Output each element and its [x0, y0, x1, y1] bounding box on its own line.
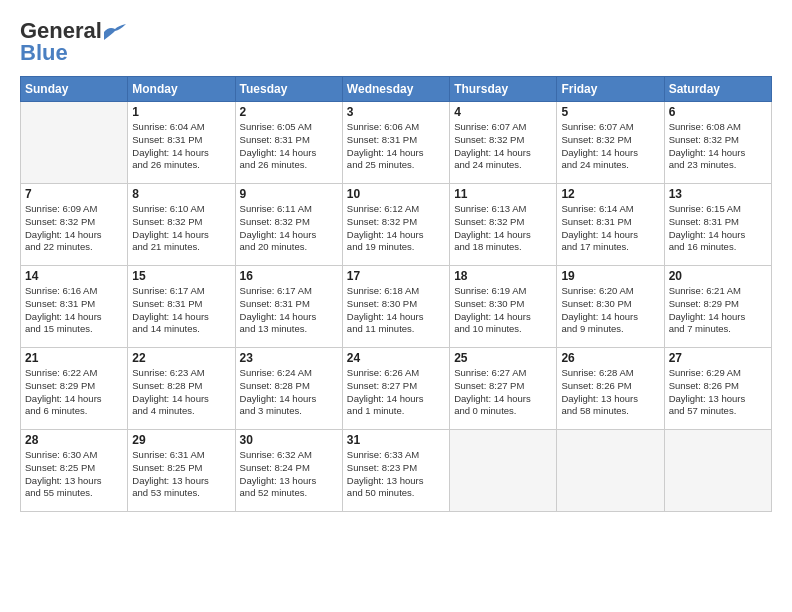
day-info: Sunrise: 6:17 AM Sunset: 8:31 PM Dayligh…: [132, 285, 230, 336]
day-number: 10: [347, 187, 445, 201]
day-number: 23: [240, 351, 338, 365]
day-info: Sunrise: 6:18 AM Sunset: 8:30 PM Dayligh…: [347, 285, 445, 336]
calendar-cell: 13Sunrise: 6:15 AM Sunset: 8:31 PM Dayli…: [664, 184, 771, 266]
calendar-cell: 23Sunrise: 6:24 AM Sunset: 8:28 PM Dayli…: [235, 348, 342, 430]
day-number: 26: [561, 351, 659, 365]
day-info: Sunrise: 6:07 AM Sunset: 8:32 PM Dayligh…: [561, 121, 659, 172]
day-info: Sunrise: 6:14 AM Sunset: 8:31 PM Dayligh…: [561, 203, 659, 254]
page: General Blue SundayMondayTuesdayWednesda…: [0, 0, 792, 522]
week-row-3: 21Sunrise: 6:22 AM Sunset: 8:29 PM Dayli…: [21, 348, 772, 430]
weekday-header-saturday: Saturday: [664, 77, 771, 102]
day-info: Sunrise: 6:16 AM Sunset: 8:31 PM Dayligh…: [25, 285, 123, 336]
day-info: Sunrise: 6:26 AM Sunset: 8:27 PM Dayligh…: [347, 367, 445, 418]
calendar-cell: 19Sunrise: 6:20 AM Sunset: 8:30 PM Dayli…: [557, 266, 664, 348]
weekday-header-tuesday: Tuesday: [235, 77, 342, 102]
day-number: 16: [240, 269, 338, 283]
calendar-table: SundayMondayTuesdayWednesdayThursdayFrid…: [20, 76, 772, 512]
week-row-4: 28Sunrise: 6:30 AM Sunset: 8:25 PM Dayli…: [21, 430, 772, 512]
day-info: Sunrise: 6:19 AM Sunset: 8:30 PM Dayligh…: [454, 285, 552, 336]
day-number: 8: [132, 187, 230, 201]
weekday-header-monday: Monday: [128, 77, 235, 102]
day-info: Sunrise: 6:33 AM Sunset: 8:23 PM Dayligh…: [347, 449, 445, 500]
calendar-cell: 10Sunrise: 6:12 AM Sunset: 8:32 PM Dayli…: [342, 184, 449, 266]
day-info: Sunrise: 6:30 AM Sunset: 8:25 PM Dayligh…: [25, 449, 123, 500]
day-info: Sunrise: 6:06 AM Sunset: 8:31 PM Dayligh…: [347, 121, 445, 172]
logo: General Blue: [20, 18, 126, 66]
day-number: 12: [561, 187, 659, 201]
calendar-cell: [664, 430, 771, 512]
calendar-cell: [450, 430, 557, 512]
calendar-cell: 7Sunrise: 6:09 AM Sunset: 8:32 PM Daylig…: [21, 184, 128, 266]
weekday-header-thursday: Thursday: [450, 77, 557, 102]
day-info: Sunrise: 6:32 AM Sunset: 8:24 PM Dayligh…: [240, 449, 338, 500]
calendar-cell: 20Sunrise: 6:21 AM Sunset: 8:29 PM Dayli…: [664, 266, 771, 348]
day-number: 7: [25, 187, 123, 201]
day-info: Sunrise: 6:28 AM Sunset: 8:26 PM Dayligh…: [561, 367, 659, 418]
weekday-header-sunday: Sunday: [21, 77, 128, 102]
calendar-header: SundayMondayTuesdayWednesdayThursdayFrid…: [21, 77, 772, 102]
day-number: 6: [669, 105, 767, 119]
day-info: Sunrise: 6:04 AM Sunset: 8:31 PM Dayligh…: [132, 121, 230, 172]
day-info: Sunrise: 6:13 AM Sunset: 8:32 PM Dayligh…: [454, 203, 552, 254]
day-info: Sunrise: 6:21 AM Sunset: 8:29 PM Dayligh…: [669, 285, 767, 336]
day-number: 14: [25, 269, 123, 283]
day-number: 4: [454, 105, 552, 119]
day-info: Sunrise: 6:09 AM Sunset: 8:32 PM Dayligh…: [25, 203, 123, 254]
week-row-2: 14Sunrise: 6:16 AM Sunset: 8:31 PM Dayli…: [21, 266, 772, 348]
calendar-cell: 8Sunrise: 6:10 AM Sunset: 8:32 PM Daylig…: [128, 184, 235, 266]
day-number: 28: [25, 433, 123, 447]
logo-bird-icon: [104, 24, 126, 40]
day-info: Sunrise: 6:17 AM Sunset: 8:31 PM Dayligh…: [240, 285, 338, 336]
day-info: Sunrise: 6:29 AM Sunset: 8:26 PM Dayligh…: [669, 367, 767, 418]
calendar-cell: 31Sunrise: 6:33 AM Sunset: 8:23 PM Dayli…: [342, 430, 449, 512]
weekday-header-wednesday: Wednesday: [342, 77, 449, 102]
week-row-0: 1Sunrise: 6:04 AM Sunset: 8:31 PM Daylig…: [21, 102, 772, 184]
day-number: 24: [347, 351, 445, 365]
calendar-cell: 21Sunrise: 6:22 AM Sunset: 8:29 PM Dayli…: [21, 348, 128, 430]
calendar-cell: [557, 430, 664, 512]
day-number: 29: [132, 433, 230, 447]
calendar-body: 1Sunrise: 6:04 AM Sunset: 8:31 PM Daylig…: [21, 102, 772, 512]
calendar-cell: 15Sunrise: 6:17 AM Sunset: 8:31 PM Dayli…: [128, 266, 235, 348]
day-number: 3: [347, 105, 445, 119]
day-info: Sunrise: 6:15 AM Sunset: 8:31 PM Dayligh…: [669, 203, 767, 254]
day-number: 11: [454, 187, 552, 201]
day-number: 25: [454, 351, 552, 365]
calendar-cell: 17Sunrise: 6:18 AM Sunset: 8:30 PM Dayli…: [342, 266, 449, 348]
header: General Blue: [20, 18, 772, 66]
day-info: Sunrise: 6:27 AM Sunset: 8:27 PM Dayligh…: [454, 367, 552, 418]
day-info: Sunrise: 6:24 AM Sunset: 8:28 PM Dayligh…: [240, 367, 338, 418]
calendar-cell: 24Sunrise: 6:26 AM Sunset: 8:27 PM Dayli…: [342, 348, 449, 430]
calendar-cell: 25Sunrise: 6:27 AM Sunset: 8:27 PM Dayli…: [450, 348, 557, 430]
logo-blue-text: Blue: [20, 40, 68, 66]
weekday-header-friday: Friday: [557, 77, 664, 102]
day-number: 21: [25, 351, 123, 365]
day-info: Sunrise: 6:07 AM Sunset: 8:32 PM Dayligh…: [454, 121, 552, 172]
day-number: 20: [669, 269, 767, 283]
calendar-cell: 4Sunrise: 6:07 AM Sunset: 8:32 PM Daylig…: [450, 102, 557, 184]
day-info: Sunrise: 6:20 AM Sunset: 8:30 PM Dayligh…: [561, 285, 659, 336]
calendar-cell: 26Sunrise: 6:28 AM Sunset: 8:26 PM Dayli…: [557, 348, 664, 430]
day-number: 9: [240, 187, 338, 201]
day-info: Sunrise: 6:31 AM Sunset: 8:25 PM Dayligh…: [132, 449, 230, 500]
calendar-cell: 29Sunrise: 6:31 AM Sunset: 8:25 PM Dayli…: [128, 430, 235, 512]
calendar-cell: 9Sunrise: 6:11 AM Sunset: 8:32 PM Daylig…: [235, 184, 342, 266]
calendar-cell: 5Sunrise: 6:07 AM Sunset: 8:32 PM Daylig…: [557, 102, 664, 184]
day-info: Sunrise: 6:05 AM Sunset: 8:31 PM Dayligh…: [240, 121, 338, 172]
calendar-cell: 28Sunrise: 6:30 AM Sunset: 8:25 PM Dayli…: [21, 430, 128, 512]
day-number: 5: [561, 105, 659, 119]
weekday-row: SundayMondayTuesdayWednesdayThursdayFrid…: [21, 77, 772, 102]
calendar-cell: 14Sunrise: 6:16 AM Sunset: 8:31 PM Dayli…: [21, 266, 128, 348]
day-number: 22: [132, 351, 230, 365]
day-number: 27: [669, 351, 767, 365]
calendar-cell: [21, 102, 128, 184]
day-number: 13: [669, 187, 767, 201]
calendar-cell: 6Sunrise: 6:08 AM Sunset: 8:32 PM Daylig…: [664, 102, 771, 184]
calendar-cell: 30Sunrise: 6:32 AM Sunset: 8:24 PM Dayli…: [235, 430, 342, 512]
calendar-cell: 1Sunrise: 6:04 AM Sunset: 8:31 PM Daylig…: [128, 102, 235, 184]
day-info: Sunrise: 6:10 AM Sunset: 8:32 PM Dayligh…: [132, 203, 230, 254]
day-number: 17: [347, 269, 445, 283]
calendar-cell: 3Sunrise: 6:06 AM Sunset: 8:31 PM Daylig…: [342, 102, 449, 184]
calendar-cell: 11Sunrise: 6:13 AM Sunset: 8:32 PM Dayli…: [450, 184, 557, 266]
day-info: Sunrise: 6:22 AM Sunset: 8:29 PM Dayligh…: [25, 367, 123, 418]
